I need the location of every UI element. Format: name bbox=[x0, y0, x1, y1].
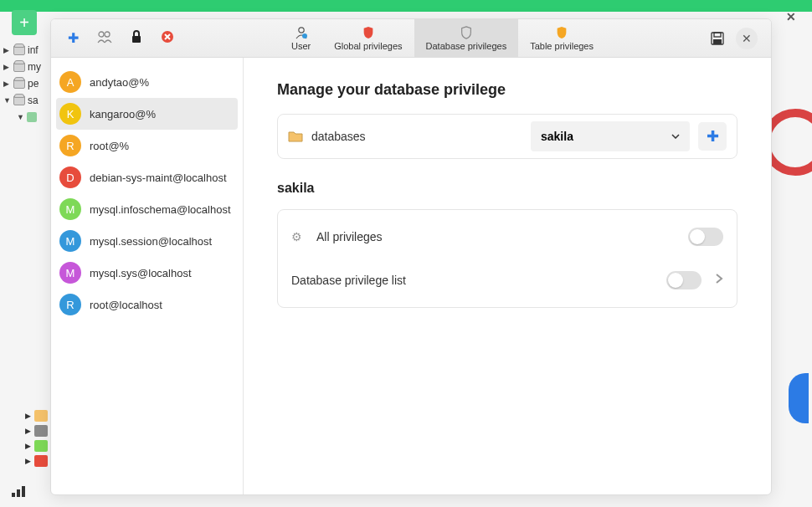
add-database-button[interactable]: ✚ bbox=[698, 122, 727, 151]
user-item[interactable]: Ddebian-sys-maint@localhost bbox=[51, 161, 243, 193]
avatar: M bbox=[59, 230, 81, 252]
window-titlebar bbox=[0, 0, 812, 12]
dialog-header: ✚ User Global privileges Database bbox=[51, 19, 771, 58]
user-item[interactable]: Rroot@% bbox=[51, 130, 243, 161]
privilege-list-row: Database privilege list bbox=[278, 259, 737, 302]
avatar: R bbox=[59, 294, 81, 315]
caret-right-icon: ▶ bbox=[25, 427, 31, 435]
caret-down-icon: ▼ bbox=[17, 113, 25, 121]
database-icon bbox=[13, 45, 25, 55]
connection-status-icon bbox=[12, 486, 25, 497]
tab-table-privileges[interactable]: Table privileges bbox=[518, 19, 605, 57]
caret-right-icon: ▶ bbox=[3, 46, 12, 54]
user-label: andytao@% bbox=[90, 76, 149, 89]
tool-item[interactable]: ▶ bbox=[25, 455, 48, 467]
all-privileges-label: All privileges bbox=[316, 230, 383, 243]
user-label: kangaroo@% bbox=[90, 108, 156, 120]
shield-icon bbox=[362, 26, 375, 39]
user-item[interactable]: Mmysql.infoschema@localhost bbox=[51, 193, 243, 225]
user-list: Aandytao@%Kkangaroo@%Rroot@%Ddebian-sys-… bbox=[51, 58, 244, 494]
database-icon bbox=[13, 79, 25, 89]
folder-icon bbox=[288, 130, 303, 143]
tab-global-privileges[interactable]: Global privileges bbox=[322, 19, 414, 57]
shield-icon bbox=[460, 26, 473, 39]
shield-icon bbox=[555, 26, 568, 39]
section-title: sakila bbox=[277, 181, 737, 196]
tool-icon bbox=[34, 410, 48, 422]
tree-item[interactable]: ▶my bbox=[3, 59, 49, 75]
save-icon[interactable] bbox=[711, 32, 724, 45]
background-decoration bbox=[789, 373, 809, 423]
chevron-right-icon[interactable] bbox=[715, 273, 723, 288]
svg-rect-2 bbox=[132, 36, 141, 43]
avatar: R bbox=[59, 135, 81, 156]
page-title: Manage your database privilege bbox=[277, 81, 737, 99]
caret-right-icon: ▶ bbox=[3, 63, 12, 71]
user-icon bbox=[295, 26, 308, 39]
add-user-icon[interactable]: ✚ bbox=[68, 30, 79, 46]
tool-item[interactable]: ▶ bbox=[25, 440, 48, 452]
privileges-dialog: ✚ User Global privileges Database bbox=[50, 18, 772, 495]
database-tree: ▶inf ▶my ▶pe ▼sa ▼ bbox=[3, 42, 49, 125]
avatar: K bbox=[59, 103, 81, 125]
database-icon bbox=[13, 62, 25, 72]
privilege-list-toggle[interactable] bbox=[666, 271, 702, 289]
user-label: debian-sys-maint@localhost bbox=[90, 172, 227, 184]
dialog-body: Aandytao@%Kkangaroo@%Rroot@%Ddebian-sys-… bbox=[51, 58, 771, 494]
database-icon bbox=[13, 95, 25, 105]
caret-right-icon: ▶ bbox=[25, 457, 31, 465]
all-privileges-toggle[interactable] bbox=[688, 228, 723, 246]
user-label: mysql.sys@localhost bbox=[90, 267, 192, 279]
user-item[interactable]: Mmysql.sys@localhost bbox=[51, 257, 243, 289]
lock-icon[interactable] bbox=[131, 30, 142, 47]
avatar: D bbox=[59, 166, 81, 188]
svg-point-0 bbox=[99, 32, 104, 37]
user-label: mysql.infoschema@localhost bbox=[90, 203, 231, 216]
user-item[interactable]: Aandytao@% bbox=[51, 66, 243, 98]
delete-icon[interactable] bbox=[161, 30, 174, 47]
tree-item[interactable]: ▶pe bbox=[3, 75, 49, 92]
tool-item[interactable]: ▶ bbox=[25, 425, 48, 437]
header-toolbar: ✚ bbox=[51, 30, 174, 47]
database-dropdown[interactable]: sakila bbox=[531, 121, 690, 151]
privilege-content: Manage your database privilege databases… bbox=[244, 58, 771, 494]
privileges-icon: ⚙ bbox=[291, 230, 306, 243]
avatar: M bbox=[59, 262, 81, 284]
avatar: M bbox=[59, 198, 81, 220]
avatar: A bbox=[59, 71, 81, 93]
database-selector-row: databases sakila ✚ bbox=[277, 114, 737, 159]
svg-point-4 bbox=[298, 27, 303, 32]
caret-down-icon: ▼ bbox=[3, 96, 12, 105]
tab-user[interactable]: User bbox=[280, 19, 322, 57]
close-dialog-button[interactable]: ✕ bbox=[736, 28, 758, 49]
header-actions: ✕ bbox=[711, 28, 771, 49]
tool-item[interactable]: ▶ bbox=[25, 410, 48, 422]
users-icon[interactable] bbox=[97, 30, 112, 47]
svg-point-5 bbox=[302, 33, 307, 38]
window-close-button[interactable]: ✕ bbox=[777, 0, 805, 33]
caret-right-icon: ▶ bbox=[25, 412, 31, 420]
tool-icon bbox=[34, 440, 48, 452]
database-label: databases bbox=[288, 130, 366, 143]
user-item[interactable]: Mmysql.session@localhost bbox=[51, 225, 243, 257]
privilege-card: ⚙ All privileges Database privilege list bbox=[277, 209, 737, 308]
user-label: mysql.session@localhost bbox=[90, 235, 212, 248]
caret-right-icon: ▶ bbox=[3, 79, 12, 88]
bottom-tool-icons: ▶ ▶ ▶ ▶ bbox=[25, 410, 48, 467]
all-privileges-row: ⚙ All privileges bbox=[278, 215, 737, 259]
svg-rect-7 bbox=[714, 33, 721, 37]
new-connection-button[interactable]: + bbox=[12, 10, 37, 35]
tab-database-privileges[interactable]: Database privileges bbox=[414, 19, 519, 57]
tree-item[interactable]: ▶inf bbox=[3, 42, 49, 59]
tool-icon bbox=[34, 455, 48, 467]
svg-point-1 bbox=[105, 32, 110, 37]
privilege-list-label: Database privilege list bbox=[291, 274, 406, 287]
caret-right-icon: ▶ bbox=[25, 442, 31, 450]
user-item[interactable]: Kkangaroo@% bbox=[56, 98, 238, 130]
user-label: root@localhost bbox=[90, 299, 162, 311]
tree-item[interactable]: ▼sa bbox=[3, 92, 49, 109]
table-icon bbox=[27, 112, 37, 122]
user-item[interactable]: Rroot@localhost bbox=[51, 289, 243, 320]
tree-item-child[interactable]: ▼ bbox=[3, 109, 49, 125]
tool-icon bbox=[34, 425, 48, 437]
